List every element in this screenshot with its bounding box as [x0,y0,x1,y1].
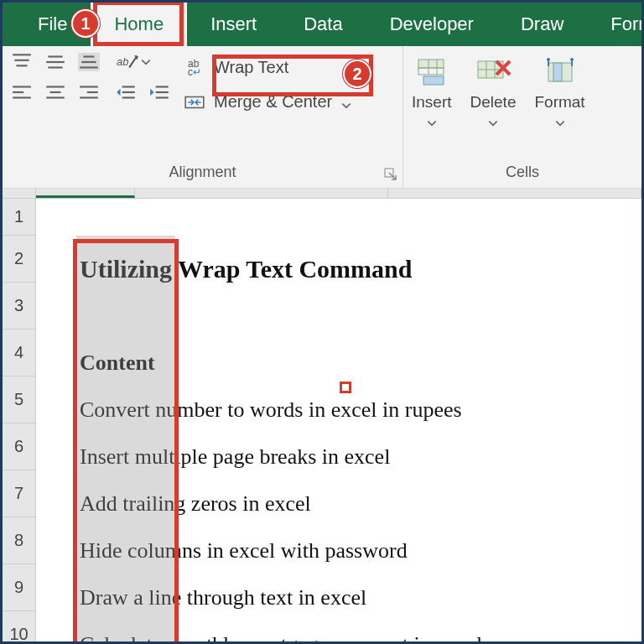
align-bottom-icon[interactable] [78,53,100,71]
wrap-text-icon: abc↵ [184,59,205,77]
align-right-icon[interactable] [78,83,100,101]
delete-label: Delete [470,93,517,112]
tab-draw[interactable]: Draw [497,3,587,46]
cells-grid[interactable]: Utilizing Wrap Text Command Content Conv… [36,199,641,644]
svg-rect-37 [553,63,562,81]
ribbon: ab abc↵ Wrap Text Merge & [3,46,641,189]
row-header[interactable]: 2 [3,236,36,283]
chevron-down-icon [426,115,438,127]
row-header[interactable]: 6 [3,423,36,470]
row-header[interactable]: 7 [3,470,36,517]
row-header[interactable]: 8 [3,517,36,564]
decrease-indent-icon[interactable] [115,83,137,101]
format-label: Format [534,93,584,112]
alignment-dialog-launcher[interactable] [384,168,397,181]
row-header[interactable]: 3 [3,283,36,330]
group-cells: Insert Delete Format Cells [403,46,641,188]
svg-rect-28 [418,68,444,75]
format-cells-icon [542,56,579,90]
row-headers[interactable]: 1 2 3 4 5 6 7 8 9 10 [3,199,36,644]
tab-formulas[interactable]: Formulas [587,3,644,46]
insert-cells-icon [413,56,450,90]
delete-cells-button[interactable]: Delete [470,56,517,127]
row-header[interactable]: 4 [3,330,36,377]
select-all-corner[interactable] [3,189,36,198]
row-header[interactable]: 10 [3,611,36,644]
tab-data[interactable]: Data [280,3,366,46]
tab-insert[interactable]: Insert [187,3,280,46]
ribbon-tabstrip: File Home Insert Data Developer Draw For… [3,3,641,46]
svg-text:ab: ab [117,55,128,68]
align-top-icon[interactable] [11,53,33,71]
align-center-icon[interactable] [44,83,66,101]
chevron-down-icon [487,115,499,127]
annotation-callout-1: 1 [71,9,100,38]
group-label-alignment: Alignment [11,160,394,186]
row-header[interactable]: 5 [3,377,36,423]
tab-developer[interactable]: Developer [366,3,497,46]
align-left-icon[interactable] [11,83,33,101]
chevron-down-icon [554,115,566,127]
annotation-box-column [73,239,179,644]
increase-indent-icon[interactable] [148,83,170,101]
row-header[interactable]: 9 [3,564,36,611]
delete-cells-icon [475,56,512,90]
insert-label: Insert [412,93,452,112]
group-label-cells: Cells [412,160,633,186]
row-header[interactable]: 1 [3,199,36,236]
align-middle-icon[interactable] [44,53,66,71]
merge-center-icon [184,93,205,112]
worksheet-area: 1 2 3 4 5 6 7 8 9 10 Utilizing Wrap Text… [3,189,641,644]
insert-cells-button[interactable]: Insert [412,56,452,127]
annotation-callout-2: 2 [343,60,371,88]
svg-rect-29 [423,76,444,85]
column-headers[interactable] [3,189,641,199]
annotation-cursor-marker [340,382,351,393]
svg-rect-27 [418,60,444,68]
annotation-box-home [93,1,184,46]
chevron-down-icon [140,56,152,68]
format-cells-button[interactable]: Format [534,56,584,127]
chevron-down-icon [340,96,352,108]
orientation-button[interactable]: ab [117,53,170,71]
